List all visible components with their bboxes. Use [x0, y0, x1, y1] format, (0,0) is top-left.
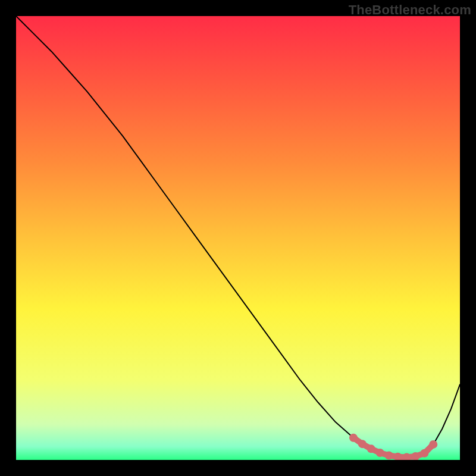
highlight-dot [367, 444, 375, 453]
highlight-dot [349, 434, 358, 442]
chart-frame: TheBottleneck.com [0, 0, 476, 476]
chart-svg [16, 16, 460, 460]
highlight-dot [358, 440, 367, 448]
watermark-text: TheBottleneck.com [349, 2, 471, 18]
highlight-dot [429, 440, 437, 449]
highlight-dot [376, 449, 384, 457]
gradient-background [16, 16, 460, 460]
highlight-dot [420, 449, 428, 458]
plot-area [16, 16, 460, 460]
highlight-dot [385, 452, 393, 460]
